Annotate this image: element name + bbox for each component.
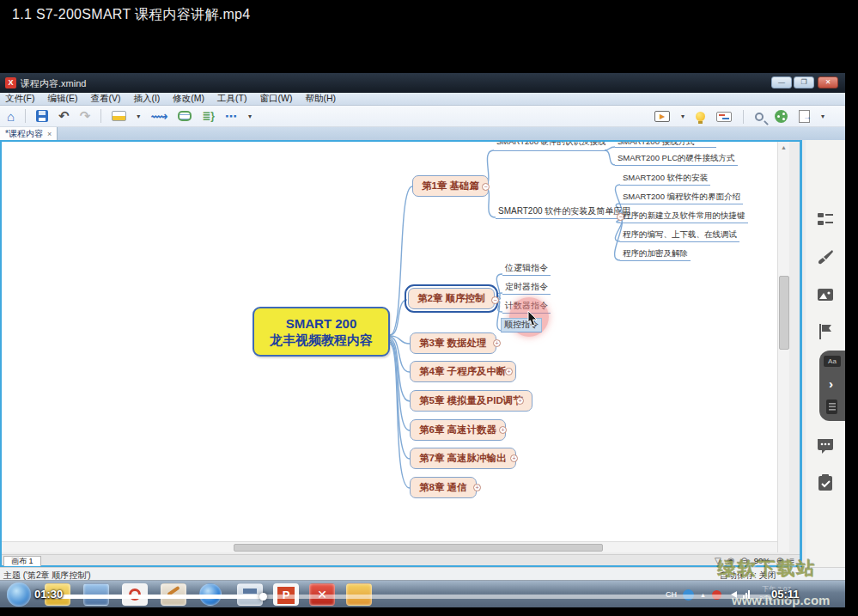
video-progress-played (53, 595, 265, 599)
image-icon[interactable] (816, 285, 835, 304)
relationship-icon[interactable]: ⟿ (150, 109, 167, 123)
expand-icon[interactable]: + (499, 426, 507, 434)
document-tabbar: *课程内容 × (0, 127, 845, 140)
windows-taskbar: P ✕ CH ▲ 下午 3:07 2018/10/23 (0, 580, 845, 607)
export-icon[interactable] (799, 110, 810, 123)
video-duration: 05:11 (771, 588, 800, 601)
horizontal-scroll-thumb[interactable] (234, 544, 603, 552)
home-icon[interactable]: ⌂ (7, 109, 15, 124)
presentation-icon[interactable]: ▶ (654, 111, 670, 122)
menu-insert[interactable]: 插入(I) (133, 93, 160, 105)
bottom-matte (0, 607, 858, 616)
redo-icon[interactable]: ↷ (80, 108, 91, 124)
vertical-scrollbar[interactable]: ▲ (777, 142, 789, 552)
save-icon[interactable] (36, 110, 48, 122)
tab-document[interactable]: *课程内容 × (0, 127, 58, 140)
topic-sw-child-2[interactable]: SMART200 编程软件的界面介绍 (620, 192, 743, 204)
central-topic[interactable]: SMART 200 龙丰视频教程内容 (253, 307, 390, 357)
tab-close-icon[interactable]: × (47, 130, 52, 138)
expand-icon[interactable]: + (516, 397, 524, 405)
topic-style-icon[interactable] (112, 111, 126, 121)
menu-bar: 文件(F) 编辑(E) 查看(V) 插入(I) 修改(M) 工具(T) 窗口(W… (0, 93, 845, 106)
style-dropdown-caret[interactable]: ▾ (137, 113, 140, 120)
start-button[interactable] (7, 582, 31, 607)
sheet-tab[interactable]: 画布 1 (3, 556, 41, 566)
expand-icon[interactable]: + (510, 454, 518, 462)
expand-icon[interactable]: + (505, 368, 513, 375)
topic-hw-child1-clipped[interactable]: SMART200 接线方式 (615, 142, 716, 148)
sheet-bar: 画布 1 ▽ ◉ ⊖ 90% ⊕ ≡ (2, 554, 800, 565)
topic-sw-child-1[interactable]: SMART200 软件的安装 (620, 173, 710, 186)
vertical-scroll-thumb[interactable] (779, 276, 789, 350)
topic-sw-child-4[interactable]: 程序的编写、上下载、在线调试 (620, 229, 739, 242)
topic-hw-child2[interactable]: SMART200 PLC的硬件接线方式 (615, 153, 738, 166)
comment-icon[interactable] (816, 436, 835, 454)
menu-view[interactable]: 查看(V) (90, 93, 120, 105)
search-icon[interactable] (755, 113, 764, 121)
task-clipboard-icon[interactable] (816, 473, 835, 492)
toolbar-separator (25, 109, 26, 123)
boundary-icon[interactable] (178, 111, 192, 121)
toolbar-separator (100, 109, 101, 123)
idea-lightbulb-icon[interactable] (696, 112, 705, 121)
topic-chapter-2-selected[interactable]: 第2章 顺序控制 (408, 288, 495, 309)
toolbar-right: ▶ ▾ ▾ (654, 106, 825, 127)
outline-structure-icon[interactable] (816, 210, 835, 229)
topic-sw-child-5[interactable]: 程序的加密及解除 (620, 248, 691, 261)
font-aa-icon[interactable]: Aa (824, 356, 841, 367)
toolbar: ⌂ ↶ ↷ ▾ ⟿ ≣} ⋯ ▾ ▶ ▾ ▾ (0, 106, 845, 127)
notes-icon[interactable] (825, 399, 840, 416)
mindmap-canvas[interactable]: SMART 200 龙丰视频教程内容 第1章 基础篇 − 第2章 顺序控制 − … (2, 142, 777, 541)
scroll-up-icon[interactable]: ▲ (781, 144, 787, 150)
topic-chapter-8[interactable]: 第8章 通信 (410, 477, 477, 498)
menu-file[interactable]: 文件(F) (5, 93, 34, 105)
topic-chapter-4[interactable]: 第4章 子程序及中断 (410, 361, 516, 382)
xmind-titlebar: X 课程内容.xmind — ❐ ✕ (0, 73, 845, 93)
topic-chapter-5[interactable]: 第5章 模拟量及PID调节 (410, 390, 532, 412)
marker-flag-icon[interactable] (816, 322, 835, 341)
topic-label: SMART200 接线方式 (618, 142, 714, 148)
window-title: 课程内容.xmind (21, 77, 86, 90)
summary-icon[interactable]: ≣} (202, 110, 215, 122)
more-dropdown-caret[interactable]: ▾ (248, 113, 252, 120)
menu-modify[interactable]: 修改(M) (173, 93, 204, 105)
video-title: 1.1 S7-200SMART 课程内容讲解.mp4 (12, 6, 251, 24)
paintbrush-icon[interactable] (816, 248, 835, 267)
menu-tools[interactable]: 工具(T) (217, 93, 246, 105)
topic-sw-child-3[interactable]: 程序的新建立及软件常用的快捷键 (620, 210, 748, 223)
topic-chapter-3[interactable]: 第3章 数据处理 (410, 332, 496, 354)
topic-sw-parent[interactable]: SMART200 软件的安装及简单应用 (496, 205, 633, 219)
maximize-button[interactable]: ❐ (794, 76, 814, 88)
more-tools-icon[interactable]: ⋯ (225, 109, 238, 123)
mouse-cursor (527, 310, 541, 327)
close-button[interactable]: ✕ (818, 76, 838, 88)
topic-chapter-6[interactable]: 第6章 高速计数器 (410, 419, 506, 441)
presentation-caret[interactable]: ▾ (681, 113, 685, 120)
video-progress-knob[interactable] (259, 593, 267, 601)
timeline-card-icon[interactable] (716, 112, 732, 122)
menu-window[interactable]: 窗口(W) (260, 93, 293, 105)
topic-bit-logic[interactable]: 位逻辑指令 (502, 262, 551, 276)
horizontal-scrollbar[interactable] (2, 541, 777, 552)
video-progress-bar[interactable] (53, 595, 777, 599)
collapsed-panel-drawer[interactable]: Aa › (819, 351, 845, 421)
collapse-icon[interactable]: − (482, 183, 490, 191)
share-icon[interactable] (775, 110, 788, 123)
chevron-right-icon[interactable]: › (829, 376, 833, 391)
menu-help[interactable]: 帮助(H) (305, 93, 336, 105)
topic-chapter-7[interactable]: 第7章 高速脉冲输出 (410, 448, 516, 469)
menu-edit[interactable]: 编辑(E) (47, 93, 77, 105)
minimize-button[interactable]: — (771, 76, 792, 88)
topic-hw-parent-clipped[interactable]: SMART200 硬件的认识及接线方式 (494, 142, 605, 151)
editor-area: SMART 200 龙丰视频教程内容 第1章 基础篇 − 第2章 顺序控制 − … (0, 140, 845, 567)
expand-icon[interactable]: + (473, 484, 481, 491)
topic-timer[interactable]: 定时器指令 (502, 281, 551, 295)
expand-icon[interactable]: + (493, 339, 501, 347)
undo-icon[interactable]: ↶ (58, 108, 70, 124)
central-topic-line1: SMART 200 (266, 315, 376, 332)
collapse-icon[interactable]: − (491, 296, 499, 304)
topic-chapter-1[interactable]: 第1章 基础篇 (412, 175, 489, 197)
video-current-time: 01:30 (34, 588, 63, 601)
video-player: 1.1 S7-200SMART 课程内容讲解.mp4 X 课程内容.xmind … (0, 0, 858, 616)
export-caret[interactable]: ▾ (821, 113, 825, 120)
